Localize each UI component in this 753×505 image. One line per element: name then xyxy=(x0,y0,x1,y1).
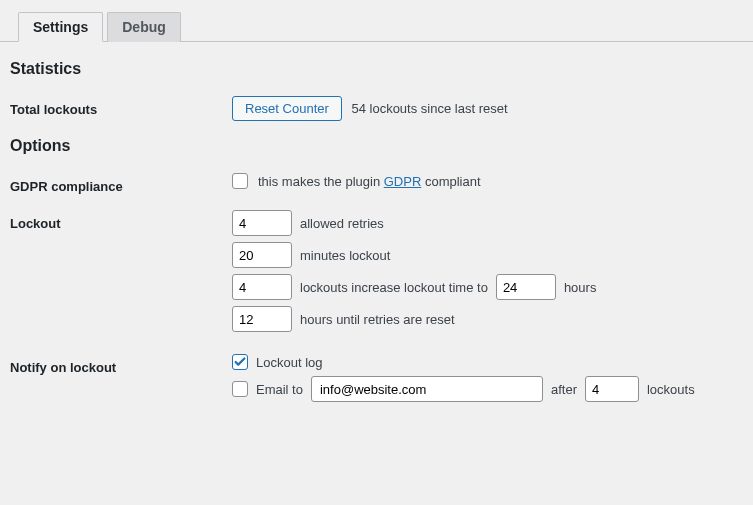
lockout-minutes-line: minutes lockout xyxy=(232,242,743,268)
reset-counter-button[interactable]: Reset Counter xyxy=(232,96,342,121)
gdpr-text: this makes the plugin GDPR compliant xyxy=(258,174,481,189)
gdpr-text-pre: this makes the plugin xyxy=(258,174,384,189)
after-label: after xyxy=(551,382,577,397)
retries-input[interactable] xyxy=(232,210,292,236)
content: Statistics Total lockouts Reset Counter … xyxy=(0,42,753,444)
gdpr-text-post: compliant xyxy=(421,174,480,189)
row-notify: Notify on lockout Lockout log Email to a… xyxy=(10,354,743,408)
label-total-lockouts: Total lockouts xyxy=(10,96,232,117)
tab-settings[interactable]: Settings xyxy=(18,12,103,42)
lockout-log-label: Lockout log xyxy=(256,355,323,370)
label-lockout: Lockout xyxy=(10,210,232,231)
row-lockout: Lockout allowed retries minutes lockout … xyxy=(10,210,743,338)
notify-email-line: Email to after lockouts xyxy=(232,376,743,402)
field-lockout: allowed retries minutes lockout lockouts… xyxy=(232,210,743,338)
minutes-label: minutes lockout xyxy=(300,248,390,263)
retries-label: allowed retries xyxy=(300,216,384,231)
heading-statistics: Statistics xyxy=(10,60,743,78)
tab-debug[interactable]: Debug xyxy=(107,12,181,42)
gdpr-checkbox[interactable] xyxy=(232,173,248,189)
increase-count-input[interactable] xyxy=(232,274,292,300)
after-count-input[interactable] xyxy=(585,376,639,402)
lockout-log-checkbox[interactable] xyxy=(232,354,248,370)
field-notify: Lockout log Email to after lockouts xyxy=(232,354,743,408)
field-total-lockouts: Reset Counter 54 lockouts since last res… xyxy=(232,96,743,121)
email-input[interactable] xyxy=(311,376,543,402)
lockout-increase-line: lockouts increase lockout time to hours xyxy=(232,274,743,300)
label-gdpr: GDPR compliance xyxy=(10,173,232,194)
increase-label-post: hours xyxy=(564,280,597,295)
lockout-reset-line: hours until retries are reset xyxy=(232,306,743,332)
lockouts-count-text: 54 lockouts since last reset xyxy=(351,101,507,116)
email-label: Email to xyxy=(256,382,303,397)
notify-log-line: Lockout log xyxy=(232,354,743,370)
increase-hours-input[interactable] xyxy=(496,274,556,300)
row-gdpr: GDPR compliance this makes the plugin GD… xyxy=(10,173,743,194)
email-checkbox[interactable] xyxy=(232,381,248,397)
reset-hours-input[interactable] xyxy=(232,306,292,332)
lockouts-label: lockouts xyxy=(647,382,695,397)
label-notify: Notify on lockout xyxy=(10,354,232,375)
increase-label-pre: lockouts increase lockout time to xyxy=(300,280,488,295)
lockout-retries-line: allowed retries xyxy=(232,210,743,236)
minutes-input[interactable] xyxy=(232,242,292,268)
field-gdpr: this makes the plugin GDPR compliant xyxy=(232,173,743,189)
gdpr-link[interactable]: GDPR xyxy=(384,174,422,189)
heading-options: Options xyxy=(10,137,743,155)
tabs: Settings Debug xyxy=(0,0,753,42)
reset-label: hours until retries are reset xyxy=(300,312,455,327)
row-total-lockouts: Total lockouts Reset Counter 54 lockouts… xyxy=(10,96,743,121)
